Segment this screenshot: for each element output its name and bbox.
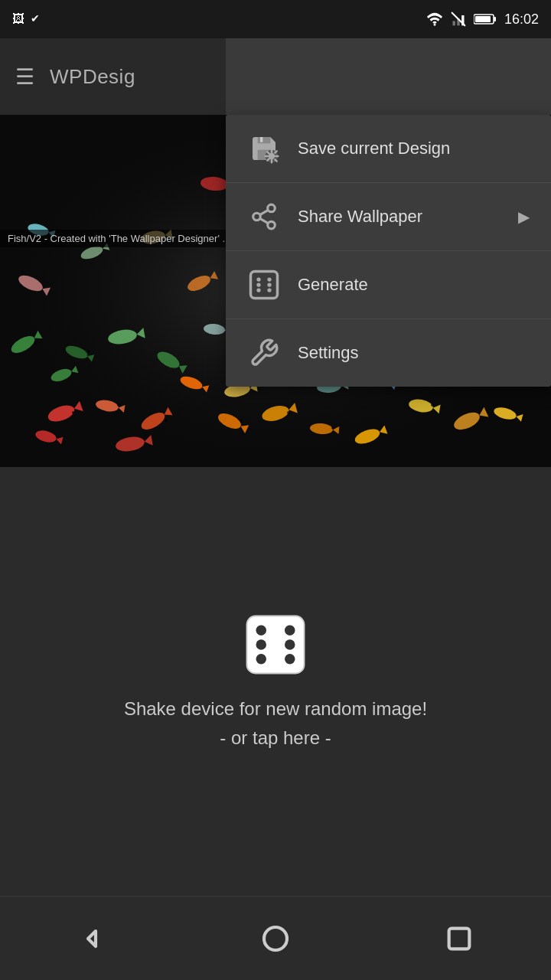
save-label: Save current Design: [298, 139, 530, 158]
svg-point-0: [434, 24, 436, 26]
check-icon: ✔: [31, 12, 40, 26]
battery-icon: [474, 13, 497, 25]
dice-icon: [247, 268, 281, 302]
svg-point-17: [256, 288, 260, 292]
svg-rect-130: [247, 616, 305, 673]
save-icon: [247, 132, 281, 165]
svg-point-131: [256, 625, 267, 635]
menu-item-generate[interactable]: Generate: [226, 251, 551, 319]
generate-label: Generate: [298, 275, 530, 295]
signal-off-icon: [451, 11, 466, 27]
svg-rect-1: [452, 21, 455, 26]
svg-rect-5: [494, 17, 496, 21]
svg-rect-6: [475, 16, 491, 22]
svg-rect-2: [457, 18, 459, 25]
share-icon: [247, 200, 281, 234]
shake-dice-icon: [241, 610, 310, 679]
svg-point-136: [285, 639, 295, 650]
svg-point-18: [267, 288, 271, 292]
svg-rect-14: [251, 272, 278, 299]
nav-bar: [0, 896, 551, 980]
svg-point-19: [256, 283, 260, 286]
svg-line-12: [260, 218, 269, 223]
wifi-icon: [426, 12, 443, 26]
svg-line-13: [260, 210, 269, 214]
recents-button[interactable]: [436, 916, 482, 962]
svg-point-135: [256, 639, 267, 650]
svg-point-132: [285, 625, 295, 635]
chevron-right-icon: ▶: [518, 207, 530, 226]
svg-point-16: [267, 277, 271, 281]
shake-text: Shake device for new random image!- or t…: [124, 694, 427, 753]
settings-label: Settings: [298, 343, 530, 363]
photo-icon: 🖼: [12, 12, 24, 26]
svg-point-10: [253, 213, 261, 220]
svg-rect-3: [461, 15, 464, 25]
back-button[interactable]: [69, 916, 115, 962]
svg-rect-139: [449, 928, 470, 949]
menu-item-save[interactable]: Save current Design: [226, 115, 551, 183]
svg-point-9: [268, 204, 276, 212]
svg-point-11: [268, 221, 276, 229]
home-button[interactable]: [253, 916, 298, 962]
status-bar: 🖼 ✔ 16:02: [0, 0, 551, 38]
svg-point-134: [285, 654, 295, 665]
app-bar-overlay: [0, 38, 226, 115]
svg-point-138: [264, 927, 287, 950]
share-label: Share Wallpaper: [298, 207, 501, 227]
svg-point-133: [256, 654, 267, 665]
svg-point-20: [267, 283, 271, 286]
svg-marker-137: [88, 931, 96, 946]
dropdown-menu: Save current Design Share Wallpaper ▶: [226, 115, 551, 387]
menu-item-share[interactable]: Share Wallpaper ▶: [226, 183, 551, 251]
status-time: 16:02: [504, 11, 539, 28]
menu-item-settings[interactable]: Settings: [226, 319, 551, 387]
wrench-icon: [247, 336, 281, 370]
bottom-area[interactable]: Shake device for new random image!- or t…: [0, 467, 551, 896]
svg-point-15: [256, 277, 260, 281]
